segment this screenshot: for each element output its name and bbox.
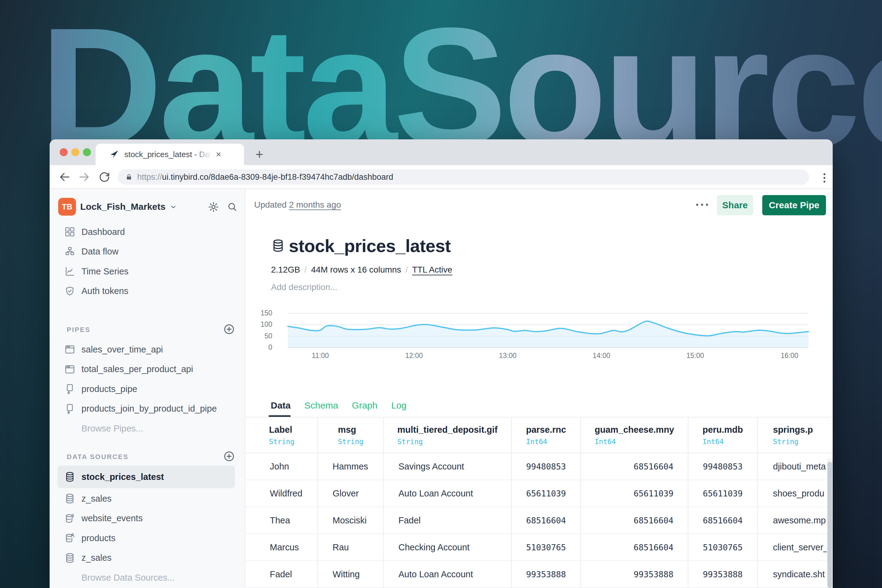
- api-icon: [64, 344, 75, 355]
- tab-close-icon[interactable]: ×: [216, 150, 221, 159]
- sidebar-item-label: products: [81, 533, 116, 543]
- add-data-source-icon[interactable]: [223, 450, 235, 462]
- column-header-springs-p: springs.pString: [758, 417, 833, 453]
- table-cell: Mosciski: [318, 507, 384, 534]
- share-button[interactable]: Share: [717, 195, 753, 215]
- sidebar-item-browse-data-sources[interactable]: Browse Data Sources...: [50, 568, 245, 588]
- create-pipe-button[interactable]: Create Pipe: [762, 195, 826, 215]
- new-tab-button[interactable]: +: [251, 146, 268, 163]
- window-close-button[interactable]: [60, 148, 68, 156]
- x-axis-label: 16:00: [772, 352, 806, 360]
- pipe-icon: [64, 404, 75, 414]
- ingestion-chart: 05010015011:0012:0013:0014:0015:0016:00: [246, 306, 833, 366]
- sidebar-item-time-series[interactable]: Time Series: [50, 261, 245, 282]
- tab-schema[interactable]: Schema: [304, 400, 338, 411]
- search-icon[interactable]: [226, 201, 238, 212]
- x-axis-label: 12:00: [397, 352, 431, 360]
- sidebar-item-label: sales_over_time_api: [81, 345, 163, 355]
- pipes-list: sales_over_time_apitotal_sales_per_produ…: [50, 340, 245, 438]
- api-icon: [64, 364, 75, 375]
- table-cell: Witting: [318, 561, 384, 588]
- sidebar-item-website-events[interactable]: website_events: [50, 508, 245, 529]
- table-cell: 65611039: [688, 480, 758, 507]
- table-cell: Wildfred: [246, 480, 318, 507]
- sidebar-item-products-join-by-product-id-pipe[interactable]: products_join_by_product_id_pipe: [50, 399, 245, 419]
- workspace-logo[interactable]: TB: [58, 198, 76, 216]
- back-icon[interactable]: [58, 171, 71, 183]
- y-axis-label: 150: [250, 309, 272, 317]
- add-pipe-icon[interactable]: [223, 323, 235, 335]
- table-scrollbar-thumb[interactable]: [828, 462, 832, 588]
- tab-data[interactable]: Data: [271, 400, 291, 411]
- table-cell: Savings Account: [384, 453, 512, 480]
- workspace-row: TB Lock_Fish_Markets: [50, 198, 245, 216]
- table-cell: 68516604: [581, 534, 688, 561]
- sidebar-item-stock-prices-latest[interactable]: stock_prices_latest: [50, 465, 245, 489]
- window-minimize-button[interactable]: [71, 148, 80, 156]
- x-axis-label: 15:00: [678, 352, 712, 360]
- db-icon: [64, 552, 75, 564]
- updated-link[interactable]: 2 months ago: [289, 200, 341, 210]
- add-description-field[interactable]: Add description...: [271, 282, 337, 292]
- sidebar-item-auth-tokens[interactable]: Auth tokens: [50, 282, 245, 302]
- table-cell: Rau: [318, 534, 384, 561]
- flow-icon: [64, 246, 75, 257]
- forward-icon[interactable]: [78, 171, 91, 183]
- tab-title: stock_prices_latest - Data Sour: [124, 150, 212, 159]
- shield-icon: [64, 286, 75, 297]
- table-cell: Hammes: [318, 453, 384, 480]
- table-cell: awesome.mp: [758, 507, 833, 534]
- table-cell: Auto Loan Account: [384, 561, 512, 588]
- workspace-name[interactable]: Lock_Fish_Markets: [80, 201, 165, 212]
- browser-menu-icon[interactable]: [818, 172, 831, 184]
- column-header-guam-cheese-mny: guam_cheese.mnyInt64: [581, 417, 688, 453]
- url-bar[interactable]: https://ui.tinybird.co/8dae6a-8309-84je-…: [118, 170, 809, 184]
- table-cell: 99480853: [688, 453, 758, 480]
- column-header-msg: msgString: [318, 417, 384, 453]
- ttl-link[interactable]: TTL Active: [412, 265, 452, 274]
- page-title: stock_prices_latest: [289, 236, 451, 256]
- window-zoom-button[interactable]: [83, 148, 91, 156]
- sidebar-item-label: Browse Data Sources...: [81, 573, 175, 583]
- table-cell: Auto Loan Account: [384, 480, 512, 507]
- sidebar-item-total-sales-per-product-api[interactable]: total_sales_per_product_api: [50, 360, 245, 380]
- tab-log[interactable]: Log: [391, 400, 406, 411]
- sidebar-item-browse-pipes[interactable]: Browse Pipes...: [50, 418, 245, 438]
- pipes-section-title: PIPES: [67, 326, 90, 334]
- db-icon: [64, 493, 75, 504]
- chevron-down-icon[interactable]: [169, 203, 178, 212]
- sidebar-item-products[interactable]: products: [50, 528, 245, 548]
- tab-graph[interactable]: Graph: [352, 400, 377, 411]
- sidebar-item-z-sales[interactable]: z_sales: [50, 548, 245, 568]
- table-cell: 51030765: [512, 534, 581, 561]
- sidebar-item-label: website_events: [81, 513, 143, 524]
- table-cell: 68516604: [688, 507, 758, 534]
- sidebar-item-sales-over-time-api[interactable]: sales_over_time_api: [50, 340, 245, 360]
- x-axis-label: 14:00: [585, 352, 618, 360]
- table-cell: Fadel: [246, 561, 318, 588]
- data-table: LabelStringmsgStringmulti_tiered_deposit…: [246, 417, 833, 588]
- sidebar-item-z-sales[interactable]: z_sales: [50, 489, 245, 508]
- table-cell: Fadel: [384, 507, 512, 534]
- browser-tab[interactable]: stock_prices_latest - Data Sour ×: [96, 144, 244, 165]
- sidebar: TB Lock_Fish_Markets DashboardData flowT…: [50, 189, 245, 588]
- sidebar-nav: DashboardData flowTime SeriesAuth tokens: [50, 222, 245, 301]
- refresh-icon[interactable]: [98, 171, 111, 183]
- table-cell: John: [246, 453, 318, 480]
- more-options-icon[interactable]: [696, 204, 708, 206]
- table-cell: client_server_: [758, 534, 833, 561]
- table-cell: 99480853: [512, 453, 581, 480]
- db-bolt-icon: [64, 513, 75, 524]
- gear-icon[interactable]: [208, 201, 219, 213]
- sidebar-item-label: Time Series: [81, 266, 129, 276]
- x-axis-label: 11:00: [303, 352, 337, 360]
- sidebar-item-label: Browse Pipes...: [81, 423, 143, 434]
- table-cell: Thea: [246, 507, 318, 534]
- sidebar-item-data-flow[interactable]: Data flow: [50, 242, 245, 262]
- column-header-parse-rnc: parse.rncInt64: [512, 417, 581, 453]
- y-axis-label: 0: [250, 343, 272, 352]
- sidebar-item-products-pipe[interactable]: products_pipe: [50, 379, 245, 399]
- sidebar-item-label: z_sales: [81, 494, 111, 504]
- sidebar-item-label: products_join_by_product_id_pipe: [81, 404, 217, 414]
- sidebar-item-dashboard[interactable]: Dashboard: [50, 222, 245, 242]
